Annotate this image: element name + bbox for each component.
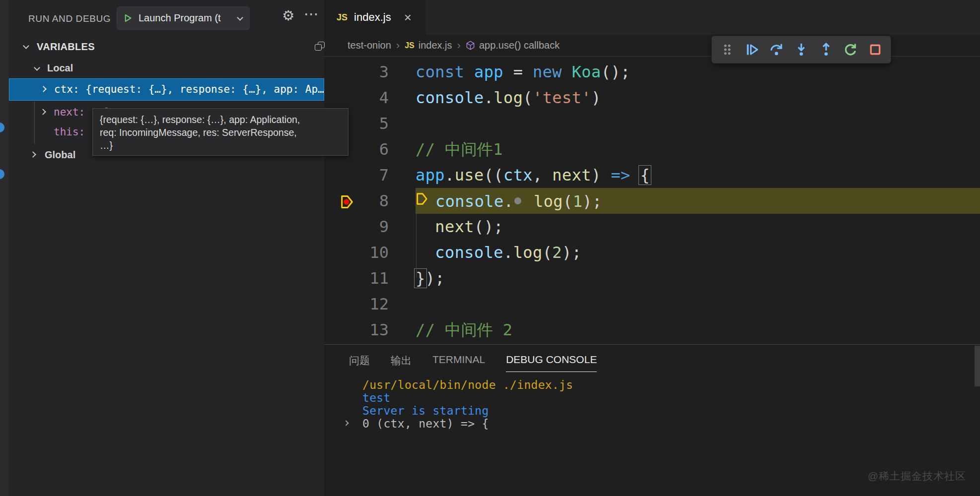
panel-tabs: 问题 输出 TERMINAL DEBUG CONSOLE bbox=[349, 354, 597, 372]
close-icon[interactable]: × bbox=[404, 11, 412, 24]
debug-console-output: /usr/local/bin/node ./index.jstestServer… bbox=[324, 378, 980, 430]
tab-title: index.js bbox=[354, 11, 391, 24]
breadcrumb-file[interactable]: index.js bbox=[419, 40, 452, 51]
chevron-down-icon bbox=[237, 14, 243, 21]
code-text: const app = new Koa(); bbox=[416, 59, 630, 85]
line-number[interactable]: 4 bbox=[324, 85, 389, 111]
code-line-7[interactable]: 7app.use((ctx, next) => { bbox=[324, 162, 980, 188]
code-line-13[interactable]: 13// 中间件 2 bbox=[324, 317, 980, 343]
launch-config-label: Launch Program (t bbox=[139, 12, 221, 24]
variable-ctx-text: ctx: {request: {…}, response: {…}, app: … bbox=[54, 83, 324, 95]
line-number[interactable]: 8 bbox=[324, 188, 389, 214]
step-into-icon[interactable] bbox=[794, 42, 809, 57]
restart-icon[interactable] bbox=[843, 42, 858, 57]
symbol-cube-icon bbox=[466, 41, 475, 50]
code-text: }); bbox=[416, 265, 445, 291]
variable-row-ctx[interactable]: ctx: {request: {…}, response: {…}, app: … bbox=[9, 78, 324, 101]
console-row: test bbox=[324, 391, 980, 404]
line-number[interactable]: 13 bbox=[324, 317, 389, 343]
code-text: console.log('test') bbox=[416, 85, 601, 111]
tooltip-line: req: IncomingMessage, res: ServerRespons… bbox=[100, 126, 341, 139]
code-line-6[interactable]: 6// 中间件1 bbox=[324, 136, 980, 162]
chevron-right-icon bbox=[30, 151, 36, 158]
scrollbar-thumb[interactable] bbox=[975, 346, 980, 386]
tooltip-line: {request: {…}, response: {…}, app: Appli… bbox=[100, 113, 341, 126]
line-number[interactable]: 12 bbox=[324, 291, 389, 317]
console-row[interactable]: 0 (ctx, next) => { bbox=[324, 417, 980, 430]
tooltip-line: …} bbox=[100, 139, 341, 152]
sidebar-title: RUN AND DEBUG bbox=[28, 13, 111, 24]
code-text: console.log(2); bbox=[416, 240, 581, 265]
code-line-12[interactable]: 12 bbox=[324, 291, 980, 317]
javascript-file-icon: JS bbox=[337, 12, 348, 23]
code-line-8[interactable]: 8console. log(1); bbox=[324, 188, 980, 214]
stackframe-indicator-icon bbox=[416, 188, 435, 214]
code-line-4[interactable]: 4console.log('test') bbox=[324, 85, 980, 111]
activity-badge-icon bbox=[0, 169, 4, 179]
variables-section-header[interactable]: VARIABLES bbox=[9, 39, 324, 56]
code-line-5[interactable]: 5 bbox=[324, 111, 980, 136]
code-line-9[interactable]: 9 next(); bbox=[324, 214, 980, 240]
drag-handle-icon[interactable] bbox=[720, 42, 735, 57]
panel-tab-debug-console[interactable]: DEBUG CONSOLE bbox=[506, 354, 597, 372]
vscode-window: RUN AND DEBUG Launch Program (t ⚙ ⋯ VARI… bbox=[0, 0, 980, 496]
scope-local-label: Local bbox=[47, 62, 73, 74]
code-text: console. log(1); bbox=[416, 188, 602, 217]
inline-breakpoint-dot-icon[interactable] bbox=[514, 197, 521, 204]
step-out-icon[interactable] bbox=[819, 42, 834, 57]
javascript-file-icon: JS bbox=[405, 41, 415, 50]
panel-tab-terminal[interactable]: TERMINAL bbox=[432, 354, 485, 372]
panel-tab-output[interactable]: 输出 bbox=[391, 354, 412, 372]
expand-chevron-icon[interactable] bbox=[343, 420, 349, 426]
code-line-10[interactable]: 10 console.log(2); bbox=[324, 240, 980, 265]
chevron-down-icon bbox=[23, 43, 29, 49]
activity-bar-edge bbox=[0, 0, 9, 496]
chevron-right-icon bbox=[40, 86, 47, 92]
variable-next-name: next: bbox=[54, 106, 85, 118]
start-debug-icon bbox=[123, 13, 133, 23]
code-text: app.use((ctx, next) => { bbox=[416, 162, 650, 188]
sidebar-header: RUN AND DEBUG Launch Program (t ⚙ ⋯ bbox=[9, 0, 324, 35]
breadcrumb-separator: › bbox=[457, 39, 461, 52]
code-line-11[interactable]: 11}); bbox=[324, 265, 980, 291]
editor-indent-guide bbox=[416, 213, 417, 277]
breadcrumb-symbol[interactable]: app.use() callback bbox=[479, 40, 560, 51]
code-text: // 中间件1 bbox=[416, 136, 503, 162]
code-text: next(); bbox=[416, 214, 503, 240]
line-number[interactable]: 11 bbox=[324, 265, 389, 291]
scope-local-row[interactable]: Local bbox=[9, 61, 324, 77]
stop-icon[interactable] bbox=[868, 42, 883, 57]
variables-title: VARIABLES bbox=[37, 41, 95, 53]
console-row: Server is starting bbox=[324, 404, 980, 417]
panel-tab-problems[interactable]: 问题 bbox=[349, 354, 370, 372]
open-panes-icon[interactable] bbox=[315, 42, 326, 52]
gear-icon[interactable]: ⚙ bbox=[282, 7, 294, 24]
breadcrumb-folder[interactable]: test-onion bbox=[348, 40, 391, 51]
chevron-right-icon bbox=[40, 109, 46, 115]
line-number[interactable]: 9 bbox=[324, 214, 389, 240]
line-number[interactable]: 7 bbox=[324, 162, 389, 188]
watermark: @稀土掘金技术社区 bbox=[868, 469, 966, 483]
tab-indexjs[interactable]: JS index.js × bbox=[324, 0, 426, 35]
code-editor[interactable]: 3const app = new Koa();4console.log('tes… bbox=[324, 57, 980, 344]
continue-icon[interactable] bbox=[745, 42, 760, 57]
line-number[interactable]: 3 bbox=[324, 59, 389, 85]
variable-hover-tooltip: {request: {…}, response: {…}, app: Appli… bbox=[92, 108, 349, 156]
code-text: // 中间件 2 bbox=[416, 317, 513, 343]
line-number[interactable]: 10 bbox=[324, 240, 389, 265]
run-and-debug-sidebar: RUN AND DEBUG Launch Program (t ⚙ ⋯ VARI… bbox=[9, 0, 324, 496]
variable-this-name: this: bbox=[54, 126, 85, 138]
console-row: /usr/local/bin/node ./index.js bbox=[324, 378, 980, 391]
scope-global-label: Global bbox=[45, 149, 75, 161]
debug-toolbar bbox=[711, 36, 891, 63]
step-over-icon[interactable] bbox=[769, 42, 784, 57]
activity-badge-icon bbox=[0, 123, 4, 132]
tab-strip: JS index.js × bbox=[324, 0, 980, 35]
launch-config-dropdown[interactable]: Launch Program (t bbox=[117, 6, 250, 30]
chevron-down-icon bbox=[34, 64, 40, 71]
more-actions-icon[interactable]: ⋯ bbox=[304, 5, 319, 22]
breadcrumb-separator: › bbox=[396, 39, 400, 52]
